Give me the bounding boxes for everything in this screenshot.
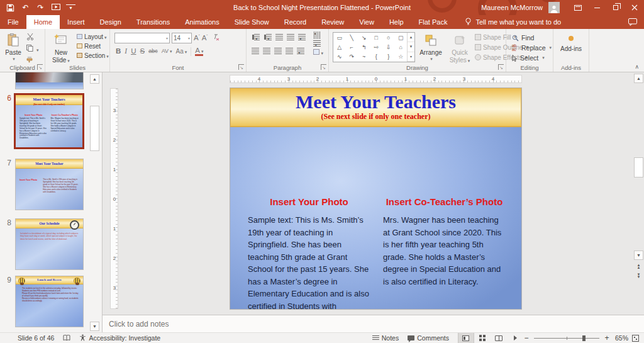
bold-button[interactable]: B xyxy=(116,48,121,55)
shape-arc-icon[interactable]: ↷ xyxy=(349,53,354,60)
notes-pane[interactable]: Click to add notes xyxy=(103,315,644,332)
shape-left-brace-icon[interactable]: { xyxy=(375,53,377,60)
slide-subtitle[interactable]: (See next slide if only one teacher) xyxy=(230,112,521,121)
shape-line-icon[interactable]: ╲ xyxy=(350,35,353,41)
slide-canvas[interactable]: Meet Your Teachers (See next slide if on… xyxy=(230,87,522,310)
zoom-slider-thumb[interactable] xyxy=(582,335,586,341)
shape-arrow-icon[interactable]: ↘ xyxy=(362,35,367,41)
slide-sorter-view-button[interactable] xyxy=(474,333,491,343)
shape-scribble-icon[interactable]: ∿ xyxy=(337,53,342,60)
align-left-icon[interactable] xyxy=(252,48,259,54)
tab-design[interactable]: Design xyxy=(92,15,129,29)
strikethrough-button[interactable]: S xyxy=(140,48,145,55)
minimize-button[interactable] xyxy=(587,0,606,15)
tab-review[interactable]: Review xyxy=(314,15,352,29)
smartart-convert-icon[interactable] xyxy=(313,48,323,56)
tab-record[interactable]: Record xyxy=(277,15,314,29)
next-slide-button[interactable]: ▼▼ xyxy=(634,271,643,280)
shape-pentagon-icon[interactable]: ⌂ xyxy=(399,44,402,50)
shape-ellipse-icon[interactable]: ○ xyxy=(387,35,390,41)
normal-view-button[interactable] xyxy=(458,333,474,343)
change-case-icon[interactable]: Aa xyxy=(176,48,187,55)
text-shadow-abc-icon[interactable]: abc xyxy=(148,48,158,54)
tab-slide-show[interactable]: Slide Show xyxy=(227,15,277,29)
canvas-scroll-up-icon[interactable]: ▲ xyxy=(634,74,643,83)
notes-toggle[interactable]: Notes xyxy=(372,334,399,342)
undo-icon[interactable]: ↶ xyxy=(21,3,30,13)
spellcheck-book-icon[interactable] xyxy=(63,335,70,341)
shapes-more-icon[interactable]: ▾ xyxy=(408,52,414,62)
thumbnails-scroll-down-icon[interactable]: ▼ xyxy=(90,322,99,331)
tab-help[interactable]: Help xyxy=(382,15,411,29)
shapes-scroll-down-icon[interactable]: ▼ xyxy=(408,42,414,52)
thumbnail-slide-7[interactable]: Meet Your Teacher Insert Your Photo This… xyxy=(15,159,84,210)
tab-transitions[interactable]: Transitions xyxy=(129,15,177,29)
zoom-slider[interactable] xyxy=(534,338,599,339)
cut-icon[interactable] xyxy=(26,33,39,42)
customize-qat-icon[interactable]: ▾ xyxy=(66,4,75,11)
shape-textbox-icon[interactable]: ▭ xyxy=(336,35,342,41)
tab-insert[interactable]: Insert xyxy=(60,15,92,29)
shapes-scroll-up-icon[interactable]: ▲ xyxy=(408,33,414,42)
shape-star-icon[interactable]: ☆ xyxy=(398,53,403,60)
section-button[interactable]: Section xyxy=(77,52,109,59)
tab-home[interactable]: Home xyxy=(26,15,60,29)
fit-slide-to-window-icon[interactable] xyxy=(632,335,639,342)
align-center-icon[interactable] xyxy=(263,48,270,54)
slideshow-view-button[interactable] xyxy=(507,333,523,343)
slide-title[interactable]: Meet Your Teachers xyxy=(230,91,521,112)
shape-elbow-arrow-icon[interactable]: ↰ xyxy=(362,44,367,50)
zoom-level[interactable]: 65% xyxy=(615,334,628,342)
tab-flat-pack[interactable]: Flat Pack xyxy=(411,15,455,29)
previous-slide-button[interactable]: ▲▲ xyxy=(634,261,643,271)
notes-placeholder[interactable]: Click to add notes xyxy=(109,320,169,329)
thumbnail-slide-8[interactable]: Our Schedule Included is a breakdown of … xyxy=(15,218,84,270)
shape-down-arrow-icon[interactable]: ⇩ xyxy=(386,44,391,50)
font-size-combobox[interactable]: 14▾ xyxy=(172,33,192,43)
quick-styles-button[interactable]: Quick Styles xyxy=(446,31,474,67)
comments-toggle[interactable]: Comments xyxy=(408,334,449,342)
paragraph-dialog-launcher-icon[interactable]: ↘ xyxy=(321,64,326,70)
tab-view[interactable]: View xyxy=(352,15,382,29)
font-color-icon[interactable]: A xyxy=(195,47,203,56)
arrange-button[interactable]: Arrange xyxy=(417,31,445,67)
redo-icon[interactable]: ↷ xyxy=(36,3,45,13)
thumbnail-slide-6[interactable]: Meet Your Teachers (See next slide if on… xyxy=(14,93,84,149)
ribbon-display-options-icon[interactable] xyxy=(569,0,587,15)
slide-left-body[interactable]: Sample text: This is Ms. Smith’s 19th ye… xyxy=(248,214,370,325)
thumbnail-slide-5-partial[interactable] xyxy=(15,72,84,89)
collapse-ribbon-icon[interactable]: ∧ xyxy=(635,64,639,70)
thumbnail-slide-9[interactable]: Lunch and Recess The students eat lunch … xyxy=(15,276,84,327)
zoom-out-icon[interactable]: − xyxy=(523,334,530,342)
tell-me-box[interactable]: Tell me what you want to do xyxy=(465,15,561,29)
copy-icon[interactable] xyxy=(26,45,39,53)
thumbnails-scroll-up-icon[interactable]: ▲ xyxy=(90,74,99,84)
start-slideshow-icon[interactable] xyxy=(51,3,60,13)
font-name-combobox[interactable]: ▾ xyxy=(114,33,170,43)
canvas-scrollbar-thumb[interactable] xyxy=(634,157,643,177)
slide-left-column[interactable]: Insert Your Photo Sample text: This is M… xyxy=(248,196,370,325)
format-painter-icon[interactable] xyxy=(26,56,39,64)
reset-button[interactable]: Reset xyxy=(77,43,109,50)
find-button[interactable]: Find xyxy=(512,33,552,43)
accessibility-checker[interactable]: Accessibility: Investigate xyxy=(79,334,160,342)
avatar[interactable] xyxy=(548,2,560,13)
slide-right-heading[interactable]: Insert Co-Teacher’s Photo xyxy=(383,196,506,207)
shrink-font-icon[interactable]: Aˇ xyxy=(202,34,208,42)
zoom-in-icon[interactable]: + xyxy=(604,334,610,342)
shape-right-brace-icon[interactable]: } xyxy=(387,53,389,60)
line-spacing-icon[interactable] xyxy=(298,34,306,40)
clipboard-dialog-launcher-icon[interactable]: ↘ xyxy=(37,64,43,70)
user-name[interactable]: Maureen McMorrow xyxy=(481,4,543,11)
slide-counter[interactable]: Slide 6 of 46 xyxy=(18,334,54,342)
layout-button[interactable]: Layout xyxy=(77,33,109,40)
slide-right-body[interactable]: Mrs. Wagner has been teaching at Grant S… xyxy=(383,214,506,288)
slide-title-banner[interactable]: Meet Your Teachers (See next slide if on… xyxy=(230,88,521,127)
clear-formatting-icon[interactable] xyxy=(212,33,219,43)
shape-right-arrow-icon[interactable]: ⇨ xyxy=(374,44,379,50)
addins-button[interactable]: Add-ins xyxy=(557,31,585,67)
slide-left-heading[interactable]: Insert Your Photo xyxy=(248,196,370,207)
close-button[interactable] xyxy=(625,0,644,15)
replace-button[interactable]: abac Replace xyxy=(512,43,552,53)
underline-button[interactable]: U xyxy=(131,48,136,55)
